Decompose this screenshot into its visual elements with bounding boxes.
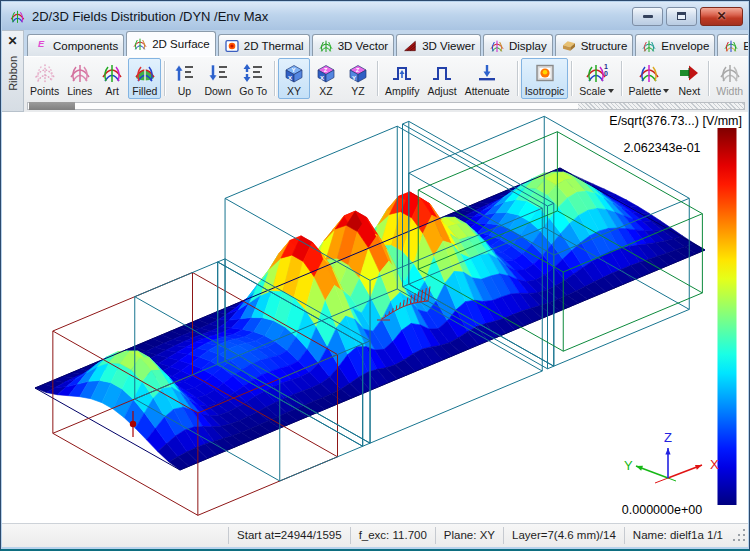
cube-yz-icon: Z Y bbox=[346, 61, 370, 85]
tab-3d-vector[interactable]: 3D Vector bbox=[312, 34, 395, 56]
button-label: Up bbox=[178, 85, 191, 97]
status-item-3: Layer=7(4.6 mm)/14 bbox=[503, 527, 624, 544]
ribbon-close-icon[interactable]: ✕ bbox=[7, 34, 17, 48]
field-plot[interactable]: E/sqrt(376.73...) [V/mm]2.062343e-010.00… bbox=[2, 112, 748, 523]
scale-button[interactable]: 10Scale bbox=[575, 58, 617, 99]
down-button[interactable]: Down bbox=[200, 58, 235, 99]
toolbar-separator bbox=[621, 61, 622, 96]
status-item-0: Start at=24944/1595 bbox=[228, 527, 350, 544]
tab-envelope[interactable]: Envelope bbox=[635, 34, 715, 56]
axis-triad bbox=[636, 448, 702, 483]
button-label: Isotropic bbox=[525, 85, 565, 97]
ribbon-side-strip: ✕ Ribbon bbox=[2, 30, 24, 112]
toolbar-separator bbox=[708, 61, 709, 96]
toolbar-separator bbox=[517, 61, 518, 96]
svg-text:Y: Y bbox=[352, 75, 356, 81]
arrow-up-list-icon bbox=[172, 61, 196, 85]
tab-3d-viewer[interactable]: 3D Viewer bbox=[396, 34, 481, 56]
mesh-points-icon bbox=[33, 61, 57, 85]
toolbar-separator bbox=[164, 61, 165, 96]
app-window: 2D/3D Fields Distribution /DYN /Env Max … bbox=[0, 0, 750, 551]
adjust-button[interactable]: Adjust bbox=[424, 58, 461, 99]
toolbar: PointsLinesArtFilledUpDownGo To Y XXY Z … bbox=[24, 56, 748, 100]
resize-grip[interactable] bbox=[733, 529, 747, 543]
tab-bar: EComponents2D Surface2D Thermal3D Vector… bbox=[24, 30, 748, 56]
attenuate-icon bbox=[475, 61, 499, 85]
tab-label: 3D Vector bbox=[338, 40, 389, 52]
palette-button[interactable]: Palette bbox=[625, 58, 674, 99]
tab-label: Export bbox=[743, 40, 748, 52]
palette-mesh-icon bbox=[637, 61, 661, 85]
attenuate-button[interactable]: Attenuate bbox=[461, 58, 514, 99]
colorbar-min-label: 0.000000e+00 bbox=[622, 503, 702, 517]
tab-2d-thermal[interactable]: 2D Thermal bbox=[218, 34, 310, 56]
status-item-1: f_exc: 11.700 bbox=[350, 527, 435, 544]
cube-xy-icon: Y X bbox=[282, 61, 306, 85]
button-label: Palette bbox=[629, 85, 662, 97]
preferences-button: Preferences bbox=[747, 58, 748, 99]
svg-text:Z: Z bbox=[324, 67, 328, 73]
status-item-2: Plane: XY bbox=[435, 527, 503, 544]
mesh-lines-icon bbox=[68, 61, 92, 85]
colorbar-title: E/sqrt(376.73...) [V/mm] bbox=[609, 114, 742, 128]
toolbar-separator bbox=[274, 61, 275, 96]
yz-button[interactable]: Z YYZ bbox=[342, 58, 374, 99]
button-label: Down bbox=[204, 85, 231, 97]
go-to-button[interactable]: Go To bbox=[235, 58, 271, 99]
ribbon-side-label: Ribbon bbox=[7, 56, 19, 91]
button-label: XY bbox=[287, 85, 301, 97]
dropdown-arrow-icon bbox=[608, 89, 614, 93]
window-title: 2D/3D Fields Distribution /DYN /Env Max bbox=[32, 9, 629, 24]
isotropic-icon bbox=[533, 61, 557, 85]
xz-button[interactable]: Z XXZ bbox=[310, 58, 342, 99]
points-button[interactable]: Points bbox=[26, 58, 63, 99]
lines-button[interactable]: Lines bbox=[63, 58, 96, 99]
maximize-button[interactable] bbox=[666, 7, 697, 26]
button-label: Filled bbox=[132, 85, 157, 97]
tab-structure[interactable]: Structure bbox=[555, 34, 634, 56]
export-mesh-icon bbox=[723, 38, 739, 54]
filled-button[interactable]: Filled bbox=[128, 58, 161, 99]
colorbar-max-label: 2.062343e-01 bbox=[623, 141, 700, 155]
tab-export[interactable]: Export bbox=[717, 34, 748, 56]
tab-label: Components bbox=[53, 40, 118, 52]
y-axis-label: Y bbox=[624, 458, 633, 473]
plot-canvas[interactable]: E/sqrt(376.73...) [V/mm]2.062343e-010.00… bbox=[2, 112, 748, 523]
button-label: Width bbox=[716, 85, 743, 97]
tab-components[interactable]: EComponents bbox=[27, 34, 124, 56]
thermal-icon bbox=[224, 38, 240, 54]
svg-text:X: X bbox=[320, 75, 324, 81]
tab-label: Display bbox=[509, 40, 547, 52]
tab-2d-surface[interactable]: 2D Surface bbox=[126, 31, 216, 56]
svg-text:E: E bbox=[38, 39, 45, 49]
close-button[interactable]: ✕ bbox=[700, 7, 743, 26]
isotropic-button[interactable]: Isotropic bbox=[521, 58, 569, 99]
button-label: XZ bbox=[319, 85, 332, 97]
svg-text:0: 0 bbox=[604, 70, 608, 77]
title-bar[interactable]: 2D/3D Fields Distribution /DYN /Env Max … bbox=[2, 2, 748, 30]
arrow-down-list-icon bbox=[206, 61, 230, 85]
x-axis-label: X bbox=[710, 457, 719, 472]
up-button[interactable]: Up bbox=[168, 58, 200, 99]
close-icon: ✕ bbox=[716, 10, 726, 22]
scrollbar-hatch bbox=[578, 103, 744, 109]
xy-button[interactable]: Y XXY bbox=[278, 58, 310, 99]
amplify-button[interactable]: Amplify bbox=[381, 58, 423, 99]
components-e-icon: E bbox=[33, 38, 49, 54]
status-item-4: Name: dielf1a 1/1 bbox=[624, 527, 731, 544]
button-label: Points bbox=[30, 85, 59, 97]
tab-display[interactable]: Display bbox=[483, 34, 553, 56]
button-label: Next bbox=[679, 85, 701, 97]
ribbon-scrollbar[interactable] bbox=[24, 100, 748, 112]
structure-slab-icon bbox=[561, 38, 577, 54]
tab-label: Envelope bbox=[661, 40, 709, 52]
art-button[interactable]: Art bbox=[96, 58, 128, 99]
minimize-icon bbox=[643, 15, 653, 18]
next-button[interactable]: Next bbox=[673, 58, 705, 99]
button-label: Go To bbox=[239, 85, 267, 97]
tab-label: 2D Thermal bbox=[244, 40, 304, 52]
scrollbar-thumb[interactable] bbox=[29, 102, 75, 110]
minimize-button[interactable] bbox=[632, 7, 663, 26]
button-label: Attenuate bbox=[465, 85, 510, 97]
mesh-color-icon bbox=[132, 36, 148, 52]
